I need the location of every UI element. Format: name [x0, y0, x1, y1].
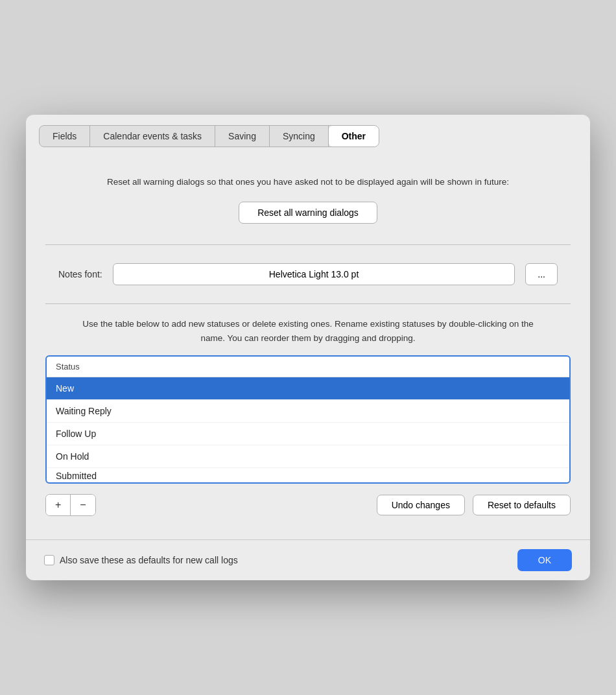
tab-other[interactable]: Other	[329, 126, 379, 147]
status-column-header: Status	[47, 357, 569, 377]
add-status-button[interactable]: +	[46, 495, 71, 515]
tab-container: Fields Calendar events & tasks Saving Sy…	[39, 125, 379, 147]
statuses-section: Use the table below to add new statuses …	[45, 312, 571, 521]
divider-2	[45, 303, 571, 304]
statuses-description: Use the table below to add new statuses …	[45, 317, 571, 345]
notes-font-label: Notes font:	[58, 269, 102, 279]
tab-fields[interactable]: Fields	[40, 126, 90, 147]
tab-saving[interactable]: Saving	[215, 126, 270, 147]
reset-to-defaults-button[interactable]: Reset to defaults	[473, 495, 571, 515]
status-row-submitted[interactable]: Submitted	[47, 468, 569, 482]
save-defaults-label[interactable]: Also save these as defaults for new call…	[44, 555, 238, 565]
status-row-follow-up[interactable]: Follow Up	[47, 423, 569, 445]
tab-syncing[interactable]: Syncing	[270, 126, 329, 147]
warning-section: Reset all warning dialogs so that ones y…	[45, 163, 571, 237]
main-content: Reset all warning dialogs so that ones y…	[26, 147, 590, 534]
dialog: Fields Calendar events & tasks Saving Sy…	[26, 115, 590, 580]
remove-status-button[interactable]: −	[71, 495, 95, 515]
ok-button[interactable]: OK	[517, 549, 572, 571]
save-defaults-checkbox[interactable]	[44, 555, 54, 565]
reset-warning-dialogs-button[interactable]: Reset all warning dialogs	[239, 202, 377, 224]
font-picker-button[interactable]: ...	[525, 263, 558, 285]
add-remove-group: + −	[45, 494, 96, 516]
tab-calendar[interactable]: Calendar events & tasks	[90, 126, 215, 147]
status-row-waiting-reply[interactable]: Waiting Reply	[47, 400, 569, 423]
undo-changes-button[interactable]: Undo changes	[377, 495, 465, 515]
notes-font-section: Notes font: Helvetica Light 13.0 pt ...	[45, 253, 571, 296]
warning-description: Reset all warning dialogs so that ones y…	[84, 176, 532, 189]
tab-bar: Fields Calendar events & tasks Saving Sy…	[26, 115, 590, 147]
divider-1	[45, 244, 571, 245]
font-display: Helvetica Light 13.0 pt	[113, 263, 515, 285]
status-row-on-hold[interactable]: On Hold	[47, 445, 569, 468]
status-row-new[interactable]: New	[47, 377, 569, 400]
bottom-bar: Also save these as defaults for new call…	[26, 539, 590, 580]
status-table: Status New Waiting Reply Follow Up On Ho…	[45, 355, 571, 484]
status-actions: + − Undo changes Reset to defaults	[45, 494, 571, 516]
save-defaults-text: Also save these as defaults for new call…	[60, 555, 238, 565]
